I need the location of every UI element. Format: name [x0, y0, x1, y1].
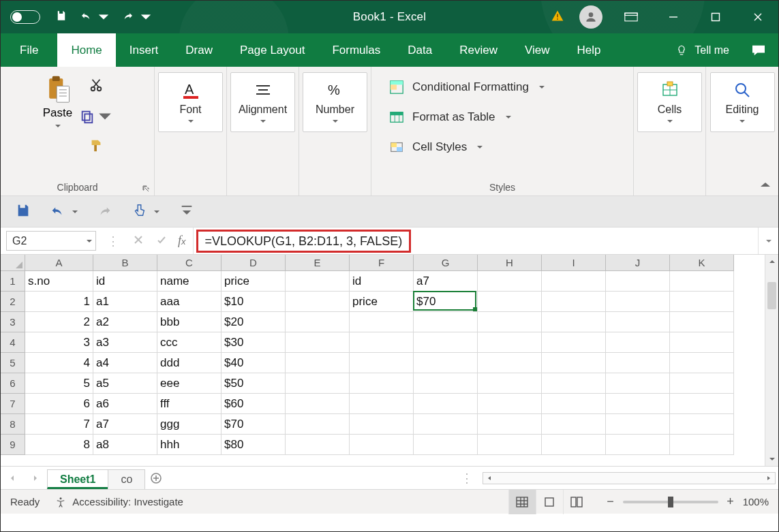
cell[interactable]: [670, 271, 734, 292]
cell[interactable]: [350, 394, 414, 414]
view-page-layout-button[interactable]: [536, 490, 563, 514]
cell[interactable]: [606, 332, 670, 353]
cell[interactable]: [286, 435, 350, 455]
column-header[interactable]: I: [542, 255, 606, 271]
cell[interactable]: [350, 353, 414, 373]
cell[interactable]: [670, 414, 734, 435]
formula-bar[interactable]: =VLOOKUP(G1, B2:D11, 3, FALSE): [193, 228, 758, 254]
expand-formula-bar[interactable]: [758, 228, 778, 254]
cell[interactable]: 7: [25, 414, 93, 435]
column-header[interactable]: J: [606, 255, 670, 271]
column-header[interactable]: D: [222, 255, 286, 271]
clipboard-launcher[interactable]: [142, 183, 150, 191]
cell[interactable]: a3: [93, 332, 157, 353]
row-header[interactable]: 4: [1, 332, 25, 353]
cell[interactable]: [350, 373, 414, 394]
column-header[interactable]: G: [414, 255, 478, 271]
cell[interactable]: a8: [93, 435, 157, 455]
cell[interactable]: [606, 292, 670, 312]
conditional-formatting-button[interactable]: Conditional Formatting: [389, 72, 545, 102]
minimize-button[interactable]: [653, 1, 694, 33]
scroll-left-button[interactable]: [483, 473, 495, 484]
save-icon[interactable]: [55, 10, 67, 25]
zoom-level[interactable]: 100%: [743, 496, 769, 507]
horizontal-scrollbar[interactable]: [483, 472, 776, 484]
tab-home[interactable]: Home: [57, 33, 115, 67]
cell[interactable]: eee: [157, 373, 222, 394]
undo-dropdown-icon[interactable]: [97, 11, 110, 23]
cell[interactable]: [478, 292, 542, 312]
cell[interactable]: 4: [25, 353, 93, 373]
zoom-out-button[interactable]: −: [605, 495, 616, 509]
cell[interactable]: 1: [25, 292, 93, 312]
tab-review[interactable]: Review: [446, 33, 511, 67]
close-button[interactable]: [737, 1, 778, 33]
cell[interactable]: $40: [222, 353, 286, 373]
cell[interactable]: [286, 373, 350, 394]
cell[interactable]: 2: [25, 312, 93, 332]
column-header[interactable]: H: [478, 255, 542, 271]
cell[interactable]: [350, 414, 414, 435]
alignment-button[interactable]: Alignment: [230, 72, 295, 132]
spreadsheet-grid[interactable]: ABCDEFGHIJK 123456789 s.noidnamepriceida…: [1, 255, 778, 466]
cell[interactable]: ccc: [157, 332, 222, 353]
cell[interactable]: [414, 312, 478, 332]
cell[interactable]: [542, 271, 606, 292]
touch-mode-icon[interactable]: [132, 203, 147, 221]
sheet-bar-grip[interactable]: ⋮: [461, 471, 474, 486]
cell[interactable]: [670, 394, 734, 414]
cell[interactable]: [414, 435, 478, 455]
cell[interactable]: [606, 373, 670, 394]
cell[interactable]: [542, 414, 606, 435]
cell[interactable]: [286, 394, 350, 414]
cell[interactable]: [286, 312, 350, 332]
cell[interactable]: [478, 414, 542, 435]
cancel-formula-icon[interactable]: [133, 234, 144, 248]
cell[interactable]: [286, 292, 350, 312]
cell[interactable]: $70: [414, 292, 478, 312]
cut-icon[interactable]: [89, 78, 104, 95]
cell[interactable]: [542, 292, 606, 312]
redo-icon[interactable]: [97, 203, 112, 221]
cell[interactable]: $60: [222, 394, 286, 414]
font-button[interactable]: A Font: [158, 72, 223, 132]
cell[interactable]: a1: [93, 292, 157, 312]
cell[interactable]: price: [222, 271, 286, 292]
column-header[interactable]: B: [93, 255, 157, 271]
cell[interactable]: [606, 271, 670, 292]
number-button[interactable]: % Number: [303, 72, 367, 132]
cell[interactable]: [414, 332, 478, 353]
cell[interactable]: [478, 394, 542, 414]
cell[interactable]: 5: [25, 373, 93, 394]
cell[interactable]: [542, 332, 606, 353]
cell[interactable]: id: [93, 271, 157, 292]
cell[interactable]: [350, 332, 414, 353]
cell[interactable]: [606, 353, 670, 373]
maximize-button[interactable]: [695, 1, 736, 33]
cell[interactable]: [414, 373, 478, 394]
enter-formula-icon[interactable]: [156, 234, 167, 248]
cell[interactable]: [670, 292, 734, 312]
cell[interactable]: $10: [222, 292, 286, 312]
zoom-in-button[interactable]: +: [725, 495, 736, 509]
column-header[interactable]: F: [350, 255, 414, 271]
cell[interactable]: [542, 353, 606, 373]
undo-icon[interactable]: [50, 203, 65, 221]
comments-button[interactable]: [739, 33, 778, 67]
copy-button[interactable]: [80, 109, 112, 124]
cell[interactable]: price: [350, 292, 414, 312]
cell[interactable]: a2: [93, 312, 157, 332]
format-painter-icon[interactable]: [89, 138, 104, 155]
cell[interactable]: a7: [414, 271, 478, 292]
cell[interactable]: aaa: [157, 292, 222, 312]
column-header[interactable]: A: [25, 255, 93, 271]
accessibility-status[interactable]: Accessibility: Investigate: [55, 496, 183, 508]
row-header[interactable]: 6: [1, 373, 25, 394]
scroll-right-button[interactable]: [763, 473, 775, 484]
name-box[interactable]: G2: [6, 231, 96, 251]
cell[interactable]: [478, 332, 542, 353]
qat-customize-button[interactable]: [179, 203, 194, 221]
chevron-down-icon[interactable]: [153, 208, 160, 215]
cell[interactable]: [670, 353, 734, 373]
cell[interactable]: $70: [222, 414, 286, 435]
